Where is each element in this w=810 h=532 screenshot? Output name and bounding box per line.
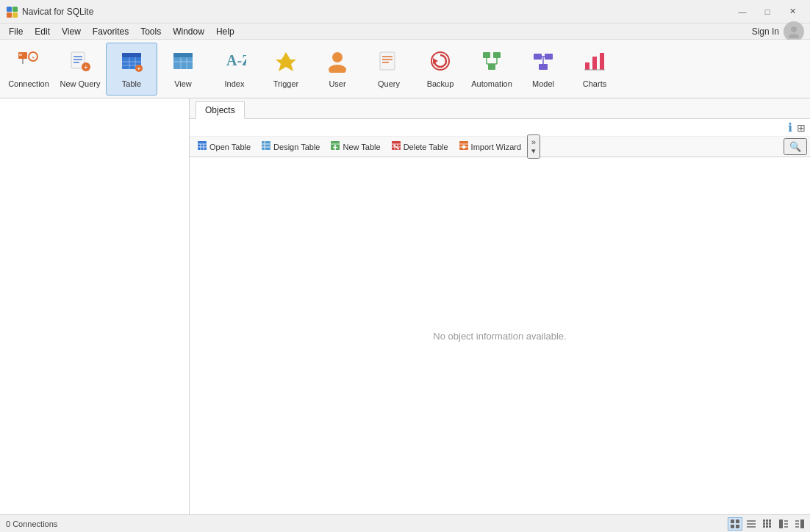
view-list-button[interactable] (744, 517, 759, 531)
connection-icon: + (17, 49, 40, 76)
menu-view[interactable]: View (56, 25, 87, 38)
left-panel (0, 98, 190, 514)
toolbar-new-query[interactable]: + New Query (54, 43, 106, 96)
svg-rect-57 (198, 141, 207, 150)
app-title: Navicat for SQLite (22, 7, 731, 17)
automation-label: Automation (471, 79, 512, 88)
svg-rect-54 (592, 57, 597, 70)
view-detail-right-button[interactable] (792, 517, 807, 531)
toolbar-model[interactable]: Model (517, 43, 569, 96)
search-button[interactable]: 🔍 (784, 138, 807, 155)
svg-rect-42 (493, 52, 501, 58)
svg-marker-32 (276, 52, 296, 71)
open-table-icon (197, 140, 207, 153)
obj-toolbar: Open Table Design Table (190, 137, 810, 157)
delete-table-button[interactable]: Delete Table (387, 139, 453, 154)
menu-file[interactable]: File (3, 25, 29, 38)
menu-bar: File Edit View Favorites Tools Window He… (0, 24, 810, 40)
minimize-button[interactable]: — (731, 4, 754, 19)
svg-rect-27 (173, 53, 193, 57)
automation-icon (480, 49, 503, 76)
svg-rect-92 (769, 522, 771, 525)
index-label: Index (225, 79, 245, 88)
toolbar-charts[interactable]: Charts (569, 43, 620, 96)
toolbar: + Connection + New Query (0, 40, 810, 98)
svg-point-5 (789, 34, 799, 38)
toolbar-index[interactable]: A-Z Index (209, 43, 260, 96)
charts-icon (583, 49, 606, 76)
toolbar-view[interactable]: View (157, 43, 209, 96)
right-panel: Objects ℹ ⊞ Open Table (190, 98, 810, 514)
model-icon (531, 49, 555, 76)
view-large-grid-button[interactable] (728, 517, 742, 531)
view-small-grid-button[interactable] (760, 517, 775, 531)
import-wizard-icon (459, 140, 469, 153)
toolbar-user[interactable]: User (312, 43, 363, 96)
view-icon (171, 49, 195, 76)
backup-icon (429, 49, 452, 76)
query-label: Query (378, 79, 400, 88)
charts-label: Charts (583, 79, 606, 88)
tab-objects[interactable]: Objects (196, 101, 245, 119)
import-wizard-label: Import Wizard (471, 143, 521, 151)
design-table-label: Design Table (273, 143, 320, 151)
svg-point-4 (791, 26, 797, 32)
toolbar-automation[interactable]: Automation (466, 43, 517, 96)
user-icon (326, 49, 349, 76)
backup-label: Backup (427, 79, 454, 88)
menu-help[interactable]: Help (210, 25, 240, 38)
svg-rect-95 (769, 525, 771, 528)
new-table-icon (330, 140, 340, 153)
index-icon: A-Z (223, 49, 246, 76)
connection-label: Connection (8, 79, 49, 88)
svg-rect-91 (766, 522, 768, 525)
svg-rect-81 (736, 520, 739, 523)
view-detail-left-button[interactable] (776, 517, 791, 531)
svg-rect-80 (731, 520, 734, 523)
objects-tab-bar: Objects (190, 98, 810, 119)
svg-rect-1 (7, 12, 12, 18)
info-icon[interactable]: ℹ (788, 121, 792, 134)
svg-rect-96 (779, 520, 783, 528)
toolbar-connection[interactable]: + Connection (3, 43, 54, 96)
toolbar-query[interactable]: Query (363, 43, 415, 96)
close-button[interactable]: ✕ (781, 4, 804, 19)
svg-rect-62 (262, 141, 270, 150)
detail-icon[interactable]: ⊞ (797, 122, 806, 134)
svg-rect-70 (392, 141, 401, 150)
user-avatar[interactable] (784, 21, 804, 42)
status-bar: 0 Connections (0, 514, 810, 532)
app-icon (6, 6, 18, 18)
maximize-button[interactable]: □ (756, 4, 779, 19)
menu-tools[interactable]: Tools (135, 25, 167, 38)
toolbar-trigger[interactable]: Trigger (260, 43, 312, 96)
import-wizard-button[interactable]: Import Wizard (454, 139, 526, 154)
svg-rect-0 (7, 7, 12, 12)
new-table-label: New Table (343, 143, 380, 151)
menu-favorites[interactable]: Favorites (87, 25, 135, 38)
info-bar: ℹ ⊞ (190, 119, 810, 137)
menu-window[interactable]: Window (167, 25, 210, 38)
menu-edit[interactable]: Edit (29, 25, 56, 38)
svg-rect-88 (766, 520, 768, 522)
open-table-button[interactable]: Open Table (193, 139, 255, 154)
connection-count: 0 Connections (6, 520, 57, 528)
status-view-controls (728, 517, 807, 531)
svg-rect-3 (12, 12, 18, 18)
svg-text:+: + (32, 54, 35, 61)
query-icon (377, 49, 401, 76)
svg-rect-83 (736, 525, 739, 528)
table-icon: + (120, 49, 143, 76)
svg-rect-49 (545, 54, 553, 60)
toolbar-table[interactable]: + Table (106, 43, 157, 96)
view-label: View (174, 79, 192, 88)
svg-rect-100 (800, 520, 804, 528)
new-query-icon: + (68, 49, 92, 76)
signin-label[interactable]: Sign In (752, 26, 779, 37)
more-button[interactable]: »▾ (527, 134, 540, 159)
table-label: Table (122, 79, 141, 88)
toolbar-backup[interactable]: Backup (415, 43, 466, 96)
design-table-button[interactable]: Design Table (257, 139, 324, 154)
svg-rect-53 (585, 62, 589, 70)
new-table-button[interactable]: New Table (326, 139, 384, 154)
